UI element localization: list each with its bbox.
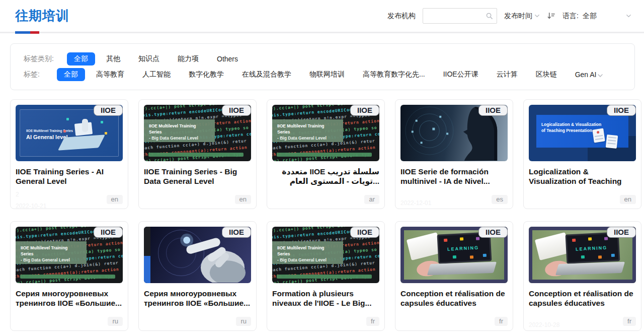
course-card-4[interactable]: IIOE Logicalization & Visualizationof Te… <box>523 99 641 209</box>
publish-time-sort[interactable]: 发布时间 <box>504 12 540 21</box>
publisher-badge: IIOE <box>94 105 123 116</box>
course-thumbnail: IIOE IIOE Multilevel Training SeriesAI G… <box>16 105 123 161</box>
course-thumbnail: IIOE (y).cc(a+|) post script before this… <box>272 227 379 283</box>
tag-pill-0[interactable]: 全部 <box>57 68 85 81</box>
toolbar: 发布机构 发布时间 语言: 全部 <box>387 8 631 24</box>
language-filter[interactable]: 语言: 全部 <box>562 12 631 21</box>
tag-pill-5[interactable]: 物联网培训 <box>302 68 352 81</box>
language-badge: en <box>235 195 251 204</box>
header-divider <box>0 32 644 33</box>
course-meta <box>16 312 123 329</box>
course-thumbnail: IIOE LEARNING <box>529 227 636 283</box>
course-card-2[interactable]: IIOE (y).cc(a+|) post script before this… <box>267 99 385 209</box>
course-card-8[interactable]: IIOE LEARNING Conception et réalisation … <box>395 221 513 331</box>
tag-pill-9[interactable]: 区块链 <box>529 68 564 81</box>
publisher-badge: IIOE <box>94 227 123 238</box>
tag-pills: 全部高等教育人工智能数字化教学在线及混合教学物联网培训高等教育数字化先...II… <box>57 68 604 81</box>
course-thumbnail: IIOE (y).cc(a+|) post script before this… <box>272 105 379 161</box>
course-meta <box>272 191 379 209</box>
course-title: Formation à plusieurs niveaux de l'IIOE … <box>272 289 379 308</box>
open-book-illustration <box>535 232 570 260</box>
tag-pill-1[interactable]: 高等教育 <box>89 68 131 81</box>
course-thumbnail: IIOE LEARNING <box>400 227 508 283</box>
publisher-badge: IIOE <box>222 105 251 116</box>
course-thumbnail: IIOE Logicalization & Visualizationof Te… <box>529 105 636 161</box>
course-thumbnail: IIOE <box>144 227 251 283</box>
course-title: Серия многоуровневых тренингов IIOE «Бол… <box>16 289 123 308</box>
tag-pill-4[interactable]: 在线及混合教学 <box>235 68 298 81</box>
tag-pill-8[interactable]: 云计算 <box>490 68 525 81</box>
publisher-badge: IIOE <box>607 227 636 238</box>
category-pill-0[interactable]: 全部 <box>67 52 95 65</box>
course-card-grid: IIOE IIOE Multilevel Training SeriesAI G… <box>10 99 644 331</box>
language-badge: ar <box>364 195 379 204</box>
divider-accent-blue <box>15 31 30 34</box>
tag-pill-3[interactable]: 数字化教学 <box>182 68 231 81</box>
robot-illustration <box>82 119 88 132</box>
course-card-0[interactable]: IIOE IIOE Multilevel Training SeriesAI G… <box>10 99 128 209</box>
publish-date: 2022-10-28 <box>529 321 636 329</box>
course-card-5[interactable]: IIOE (y).cc(a+|) post script before this… <box>10 221 128 331</box>
category-pill-4[interactable]: Others <box>210 53 245 65</box>
course-thumbnail: IIOE (y).cc(a+|) post script before this… <box>16 227 123 283</box>
course-title: IIOE Serie de formación multinivel - IA … <box>400 167 508 186</box>
chevron-down-icon <box>626 13 631 19</box>
tag-pill-7[interactable]: IIOE公开课 <box>436 68 486 81</box>
course-title: Серия многоуровневых тренингов IIOE «Бол… <box>144 289 251 308</box>
category-pill-1[interactable]: 其他 <box>99 52 127 65</box>
course-card-3[interactable]: IIOE IIOE Serie de formación multinivel … <box>395 99 513 209</box>
course-thumbnail: IIOE <box>400 105 508 161</box>
language-value: 全部 <box>583 12 597 21</box>
course-title: Conception et réalisation de capsules éd… <box>529 289 636 308</box>
divider-accent-red <box>30 31 39 34</box>
publish-time-label: 发布时间 <box>504 12 532 21</box>
course-card-6[interactable]: IIOE Серия многоуровневых тренингов IIOE… <box>138 221 257 331</box>
course-card-1[interactable]: IIOE (y).cc(a+|) post script before this… <box>138 99 257 209</box>
course-meta: 2022-10-28 <box>529 312 636 329</box>
chevron-down-icon <box>534 13 540 19</box>
course-title: IIOE Training Series - AI General Level <box>16 167 123 186</box>
filter-panel: 标签类别: 全部其他知识点能力项Others 标签: 全部高等教育人工智能数字化… <box>10 43 635 90</box>
category-pill-3[interactable]: 能力项 <box>171 52 206 65</box>
course-title: IIOE Training Series - Big Data General … <box>144 167 251 186</box>
language-badge: en <box>107 195 123 204</box>
course-thumbnail: IIOE (y).cc(a+|) post script before this… <box>144 105 251 161</box>
course-title: Conception et réalisation de capsules éd… <box>400 289 508 308</box>
language-badge: en <box>620 195 636 204</box>
publisher-badge: IIOE <box>350 105 379 116</box>
publisher-label: 发布机构 <box>387 12 416 21</box>
sort-order-icon[interactable] <box>547 12 555 20</box>
category-pill-2[interactable]: 知识点 <box>131 52 167 65</box>
tag-filter-row: 标签: 全部高等教育人工智能数字化教学在线及混合教学物联网培训高等教育数字化先.… <box>24 68 625 81</box>
category-pills: 全部其他知识点能力项Others <box>67 52 245 65</box>
tags-label: 标签: <box>24 70 57 79</box>
course-card-7[interactable]: IIOE (y).cc(a+|) post script before this… <box>267 221 385 331</box>
language-badge: ru <box>108 317 123 326</box>
publisher-badge: IIOE <box>478 227 508 238</box>
course-title: Logicalization & Visualization of Teachi… <box>529 167 636 187</box>
open-book-illustration <box>407 232 442 260</box>
language-badge: ru <box>236 317 251 326</box>
page-title: 往期培训 <box>15 7 69 25</box>
category-label: 标签类别: <box>24 54 67 63</box>
course-meta <box>400 312 508 329</box>
publisher-badge: IIOE <box>478 105 508 116</box>
search-icon <box>486 12 493 20</box>
publisher-badge: IIOE <box>222 227 251 238</box>
course-meta <box>272 312 379 329</box>
expand-tags-chevron-icon[interactable] <box>597 73 603 79</box>
language-badge: fr <box>623 317 636 326</box>
slides-illustration <box>592 128 605 143</box>
category-filter-row: 标签类别: 全部其他知识点能力项Others <box>24 52 625 65</box>
language-label: 语言: <box>562 12 579 21</box>
publisher-badge: IIOE <box>607 105 636 116</box>
course-card-9[interactable]: IIOE LEARNING Conception et réalisation … <box>523 221 641 331</box>
language-badge: fr <box>366 317 379 326</box>
publisher-search <box>423 8 497 24</box>
tag-pill-2[interactable]: 人工智能 <box>135 68 178 81</box>
course-title: سلسلة تدريب IIOE متعددة ...تويات - المست… <box>272 167 379 187</box>
course-meta <box>144 312 251 329</box>
publisher-badge: IIOE <box>350 227 379 238</box>
language-badge: fr <box>495 317 508 326</box>
tag-pill-6[interactable]: 高等教育数字化先... <box>356 68 432 81</box>
